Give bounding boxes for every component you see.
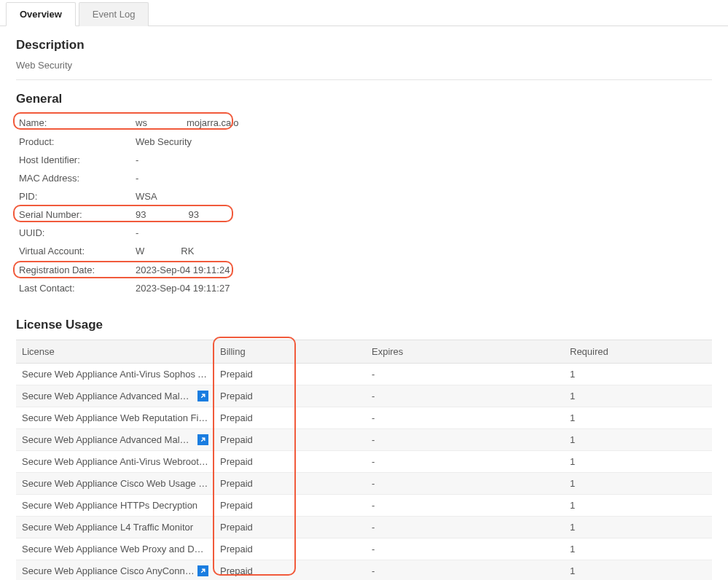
cell-expires: - bbox=[366, 495, 564, 516]
label-pid: PID: bbox=[16, 187, 133, 205]
row-name: Name: wsmojarra.calo bbox=[16, 114, 712, 133]
cell-billing: Prepaid bbox=[214, 538, 366, 560]
label-product: Product: bbox=[16, 133, 133, 151]
cell-license: Secure Web Appliance HTTPs Decryption bbox=[16, 495, 214, 516]
cell-billing: Prepaid bbox=[214, 429, 366, 450]
value-name: wsmojarra.calo bbox=[133, 114, 712, 133]
table-row[interactable]: Secure Web Appliance Anti-Virus Webroot … bbox=[16, 451, 712, 473]
cell-expires: - bbox=[366, 451, 564, 472]
cell-license: Secure Web Appliance Web Proxy and DVS E… bbox=[16, 538, 214, 560]
license-name: Secure Web Appliance HTTPs Decryption bbox=[22, 500, 208, 511]
value-mac: - bbox=[133, 169, 712, 187]
cell-required: 1 bbox=[564, 560, 712, 580]
header-billing[interactable]: Billing bbox=[214, 340, 366, 363]
table-row[interactable]: Secure Web Appliance Web Reputation Filt… bbox=[16, 407, 712, 429]
cell-expires: - bbox=[366, 560, 564, 580]
table-row[interactable]: Secure Web Appliance Anti-Virus Sophos A… bbox=[16, 364, 712, 385]
cell-license: Secure Web Appliance Cisco AnyConnect SM… bbox=[16, 560, 214, 580]
cell-billing: Prepaid bbox=[214, 385, 366, 407]
label-va: Virtual Account: bbox=[16, 242, 133, 261]
cell-license: Secure Web Appliance Anti-Virus Webroot … bbox=[16, 451, 214, 472]
table-row[interactable]: Secure Web Appliance L4 Traffic MonitorP… bbox=[16, 517, 712, 538]
cell-expires: - bbox=[366, 517, 564, 538]
general-block: Name: wsmojarra.calo Product: Web Securi… bbox=[16, 114, 712, 297]
cell-license: Secure Web Appliance Anti-Virus Sophos A… bbox=[16, 364, 214, 385]
license-header: License Billing Expires Required bbox=[16, 340, 712, 364]
label-serial: Serial Number: bbox=[16, 205, 133, 224]
header-required[interactable]: Required bbox=[564, 340, 712, 363]
cell-required: 1 bbox=[564, 429, 712, 450]
table-row[interactable]: Secure Web Appliance Advanced Malware Pr… bbox=[16, 385, 712, 407]
cell-required: 1 bbox=[564, 407, 712, 428]
separator bbox=[16, 79, 712, 80]
description-title: Description bbox=[16, 38, 712, 52]
value-serial: 9393 bbox=[133, 205, 712, 224]
cell-license: Secure Web Appliance Web Reputation Filt… bbox=[16, 407, 214, 428]
row-uuid: UUID: - bbox=[16, 224, 712, 242]
general-table: Name: wsmojarra.calo Product: Web Securi… bbox=[16, 114, 712, 297]
table-row[interactable]: Secure Web Appliance Advanced Malware Pr… bbox=[16, 429, 712, 451]
external-link-icon[interactable] bbox=[197, 434, 208, 445]
license-block: License Billing Expires Required Secure … bbox=[16, 340, 712, 580]
cell-billing: Prepaid bbox=[214, 560, 366, 580]
row-va: Virtual Account: WRK bbox=[16, 242, 712, 261]
cell-expires: - bbox=[366, 538, 564, 560]
label-mac: MAC Address: bbox=[16, 169, 133, 187]
value-regdate: 2023-Sep-04 19:11:24 bbox=[133, 261, 712, 279]
tabs-bar: Overview Event Log bbox=[0, 0, 728, 26]
tab-overview[interactable]: Overview bbox=[6, 2, 76, 26]
cell-billing: Prepaid bbox=[214, 407, 366, 428]
value-lastcontact: 2023-Sep-04 19:11:27 bbox=[133, 279, 712, 297]
tab-eventlog[interactable]: Event Log bbox=[79, 2, 149, 26]
cell-required: 1 bbox=[564, 385, 712, 407]
license-name: Secure Web Appliance Web Reputation Filt… bbox=[22, 412, 208, 423]
license-title: License Usage bbox=[16, 318, 712, 332]
header-expires[interactable]: Expires bbox=[366, 340, 564, 363]
cell-required: 1 bbox=[564, 364, 712, 385]
external-link-icon[interactable] bbox=[197, 565, 208, 576]
table-row[interactable]: Secure Web Appliance Web Proxy and DVS E… bbox=[16, 538, 712, 560]
row-host: Host Identifier: - bbox=[16, 151, 712, 169]
row-pid: PID: WSA bbox=[16, 187, 712, 205]
value-pid: WSA bbox=[133, 187, 712, 205]
license-name: Secure Web Appliance L4 Traffic Monitor bbox=[22, 522, 208, 533]
row-lastcontact: Last Contact: 2023-Sep-04 19:11:27 bbox=[16, 279, 712, 297]
external-link-icon[interactable] bbox=[197, 391, 208, 401]
label-name: Name: bbox=[16, 114, 133, 133]
license-name: Secure Web Appliance Cisco Web Usage Con… bbox=[22, 478, 208, 489]
cell-license: Secure Web Appliance Advanced Malware Pr… bbox=[16, 429, 214, 450]
row-serial: Serial Number: 9393 bbox=[16, 205, 712, 224]
description-value: Web Security bbox=[16, 60, 712, 71]
license-name: Secure Web Appliance Anti-Virus Webroot … bbox=[22, 456, 208, 467]
cell-license: Secure Web Appliance Advanced Malware Pr… bbox=[16, 385, 214, 407]
license-rows: Secure Web Appliance Anti-Virus Sophos A… bbox=[16, 364, 712, 580]
cell-required: 1 bbox=[564, 451, 712, 472]
cell-license: Secure Web Appliance Cisco Web Usage Con… bbox=[16, 473, 214, 494]
cell-required: 1 bbox=[564, 538, 712, 560]
table-row[interactable]: Secure Web Appliance Cisco AnyConnect SM… bbox=[16, 560, 712, 580]
value-va: WRK bbox=[133, 242, 712, 261]
cell-billing: Prepaid bbox=[214, 495, 366, 516]
cell-billing: Prepaid bbox=[214, 451, 366, 472]
header-license[interactable]: License bbox=[16, 340, 214, 363]
cell-required: 1 bbox=[564, 517, 712, 538]
license-name: Secure Web Appliance Anti-Virus Sophos A… bbox=[22, 369, 208, 380]
label-uuid: UUID: bbox=[16, 224, 133, 242]
cell-required: 1 bbox=[564, 495, 712, 516]
license-name: Secure Web Appliance Cisco AnyConnect SM… bbox=[22, 565, 195, 576]
cell-expires: - bbox=[366, 407, 564, 428]
cell-expires: - bbox=[366, 473, 564, 494]
row-mac: MAC Address: - bbox=[16, 169, 712, 187]
cell-billing: Prepaid bbox=[214, 473, 366, 494]
label-regdate: Registration Date: bbox=[16, 261, 133, 279]
license-name: Secure Web Appliance Advanced Malware Pr… bbox=[22, 434, 195, 445]
general-title: General bbox=[16, 92, 712, 106]
label-lastcontact: Last Contact: bbox=[16, 279, 133, 297]
table-row[interactable]: Secure Web Appliance Cisco Web Usage Con… bbox=[16, 473, 712, 495]
table-row[interactable]: Secure Web Appliance HTTPs DecryptionPre… bbox=[16, 495, 712, 517]
value-product: Web Security bbox=[133, 133, 712, 151]
cell-expires: - bbox=[366, 385, 564, 407]
value-uuid: - bbox=[133, 224, 712, 242]
label-host: Host Identifier: bbox=[16, 151, 133, 169]
cell-license: Secure Web Appliance L4 Traffic Monitor bbox=[16, 517, 214, 538]
